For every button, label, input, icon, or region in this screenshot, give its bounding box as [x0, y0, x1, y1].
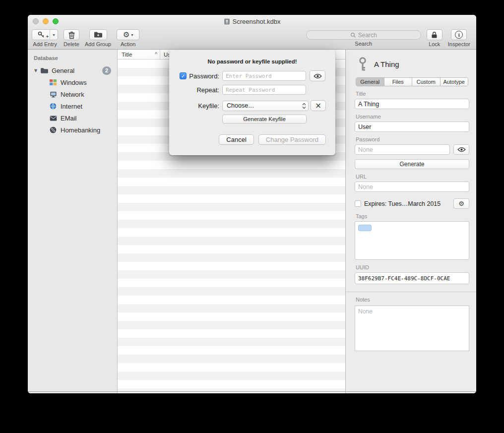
tab-general[interactable]: General [356, 78, 384, 86]
close-button[interactable] [33, 18, 39, 24]
reveal-password-button[interactable] [453, 144, 469, 155]
sidebar-item-network[interactable]: Network [28, 88, 117, 100]
change-password-button[interactable]: Change Password [258, 134, 326, 145]
sidebar: Database ▼ General 2 Windows Network [28, 50, 118, 393]
search-input[interactable]: Search [306, 30, 421, 40]
zoom-button[interactable] [53, 18, 59, 24]
column-title-label: Title [122, 52, 132, 58]
gear-icon: ⚙ [458, 200, 464, 207]
dialog-password-label: Password: [189, 72, 219, 80]
dialog-reveal-password-button[interactable] [310, 70, 325, 81]
tag-chip[interactable] [358, 225, 372, 231]
generate-keyfile-button[interactable]: Generate Keyfile [222, 115, 307, 124]
username-field[interactable] [355, 122, 469, 132]
url-field-label: URL [356, 174, 469, 180]
inspector-button[interactable]: i [451, 29, 467, 40]
lock-icon [431, 31, 438, 39]
trash-icon [68, 31, 75, 39]
sidebar-item-label: Network [61, 91, 84, 98]
inspector-header: A Thing [355, 55, 469, 73]
sidebar-item-internet[interactable]: Internet [28, 100, 117, 112]
keyfile-popup-button[interactable]: Choose… [222, 101, 309, 111]
add-group-button[interactable] [89, 29, 107, 40]
tags-box[interactable] [355, 221, 469, 260]
plus-icon: + [46, 34, 49, 39]
search-label: Search [355, 41, 372, 47]
disclosure-triangle-icon[interactable]: ▼ [32, 68, 40, 73]
password-checkbox[interactable]: ✓ [180, 72, 187, 79]
minimize-button[interactable] [43, 18, 49, 24]
repeat-row: Repeat: [179, 84, 326, 95]
toolbar-item-action: ⚙ ▾ Action [117, 29, 139, 47]
sidebar-group-general[interactable]: ▼ General 2 [28, 64, 117, 76]
gear-icon: ⚙ [123, 31, 129, 39]
sidebar-group-label: General [52, 67, 74, 74]
dialog-repeat-input[interactable] [222, 85, 306, 95]
tags-label: Tags [356, 213, 469, 219]
chevron-down-icon: ▾ [53, 33, 55, 37]
dialog-buttons: Cancel Change Password [219, 134, 326, 145]
key-icon [358, 57, 368, 71]
expires-checkbox[interactable] [355, 200, 361, 207]
sidebar-header: Database [28, 54, 117, 64]
uuid-field[interactable] [355, 272, 469, 284]
action-button[interactable]: ⚙ ▾ [117, 29, 139, 40]
tab-files[interactable]: Files [384, 78, 413, 86]
expires-settings-button[interactable]: ⚙ [453, 198, 469, 209]
internet-icon [49, 102, 58, 110]
inspector-tabs: General Files Custom Autotype [356, 77, 468, 86]
window-chrome: Screenshot.kdbx + ▾ Add Entry [28, 15, 476, 50]
keyfile-popup-value: Choose… [227, 102, 254, 109]
uuid-label: UUID [356, 264, 469, 270]
info-icon: i [455, 31, 463, 39]
toolbar-item-search: Search Search [306, 29, 421, 47]
check-icon: ✓ [181, 73, 185, 79]
sidebar-item-label: Homebanking [61, 126, 100, 134]
entry-title: A Thing [374, 60, 399, 68]
inspector-panel: A Thing General Files Custom Autotype Ti… [345, 50, 476, 393]
column-header-title[interactable]: Title ^ [118, 50, 160, 59]
generate-password-button[interactable]: Generate [355, 159, 469, 169]
clear-keyfile-button[interactable]: × [311, 100, 326, 111]
password-row: ✓ Password: [179, 70, 326, 81]
tab-label: Files [392, 79, 404, 85]
dialog-message: No password or keyfile supplied! [169, 59, 335, 64]
password-field[interactable] [355, 144, 450, 155]
tab-custom[interactable]: Custom [412, 78, 441, 86]
tab-autotype[interactable]: Autotype [441, 78, 468, 86]
network-icon [49, 90, 58, 98]
add-entry-button[interactable]: + ▾ [32, 29, 58, 40]
sort-indicator-icon: ^ [155, 52, 157, 57]
folder-icon [40, 66, 49, 74]
toolbar-item-add-entry: + ▾ Add Entry [32, 29, 58, 47]
notes-field[interactable] [355, 306, 469, 351]
info-glyph: i [458, 32, 460, 38]
keyfile-row: Keyfile: Choose… × [179, 100, 326, 111]
homebanking-icon [49, 126, 58, 134]
cancel-button[interactable]: Cancel [219, 134, 253, 145]
add-entry-dropdown-button[interactable]: ▾ [50, 30, 58, 40]
sidebar-item-email[interactable]: EMail [28, 112, 117, 124]
delete-button[interactable] [63, 29, 79, 40]
toolbar: + ▾ Add Entry Delete [28, 28, 476, 50]
traffic-lights [33, 18, 59, 24]
sidebar-item-windows[interactable]: Windows [28, 76, 117, 88]
count-badge: 2 [102, 66, 111, 75]
popup-chevrons-icon [302, 103, 306, 109]
titlebar[interactable]: Screenshot.kdbx [28, 15, 476, 28]
action-label: Action [121, 41, 136, 47]
lock-button[interactable] [427, 29, 442, 40]
add-entry-label: Add Entry [33, 41, 57, 47]
status-divider [28, 391, 476, 392]
sidebar-item-label: Windows [61, 79, 87, 86]
url-field[interactable] [355, 182, 469, 192]
generate-keyfile-row: Generate Keyfile [179, 114, 326, 124]
expires-label: Expires: Tues…March 2015 [364, 200, 441, 207]
sidebar-item-homebanking[interactable]: Homebanking [28, 124, 117, 136]
title-field[interactable] [355, 99, 469, 109]
dialog-password-input[interactable] [222, 71, 306, 81]
sidebar-item-label: EMail [61, 115, 77, 122]
window-title: Screenshot.kdbx [233, 18, 281, 25]
app-window: Screenshot.kdbx + ▾ Add Entry [28, 15, 476, 393]
eye-icon [314, 73, 322, 79]
